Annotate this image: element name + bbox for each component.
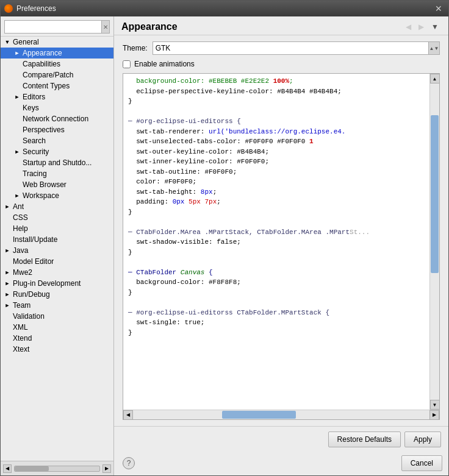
sidebar-item-ant[interactable]: ►Ant bbox=[1, 201, 113, 212]
tree-toggle-keys bbox=[13, 104, 21, 112]
right-panel: Appearance ◀ ▶ ▼ Theme: GTK ▲▼ bbox=[114, 16, 448, 475]
cancel-button[interactable]: Cancel bbox=[401, 455, 442, 471]
nav-back-button[interactable]: ◀ bbox=[403, 21, 414, 32]
tree-label-search: Search bbox=[23, 137, 46, 145]
enable-animations-label[interactable]: Enable animations bbox=[134, 60, 195, 68]
tree-label-security: Security bbox=[23, 147, 49, 156]
tree-toggle-workspace: ► bbox=[13, 191, 21, 200]
tree-toggle-general: ▼ bbox=[3, 38, 12, 46]
sidebar-bottom: ◀ ▶ bbox=[1, 461, 113, 475]
vertical-scrollbar: ▲ ▼ bbox=[429, 74, 439, 410]
tree-label-capabilities: Capabilities bbox=[23, 60, 60, 68]
app-icon bbox=[4, 4, 13, 13]
titlebar: Preferences ✕ bbox=[1, 1, 448, 16]
sidebar-scrollbar-thumb bbox=[15, 466, 49, 471]
theme-select-arrow-icon: ▲▼ bbox=[429, 41, 440, 55]
search-clear-button[interactable]: ✕ bbox=[102, 20, 110, 34]
scroll-right-h-arrow[interactable]: ▶ bbox=[429, 410, 439, 420]
sidebar-item-perspectives[interactable]: Perspectives bbox=[1, 124, 113, 135]
tree-label-install-update: Install/Update bbox=[13, 235, 57, 244]
titlebar-left: Preferences bbox=[4, 4, 56, 13]
sidebar-item-xtend[interactable]: Xtend bbox=[1, 333, 113, 344]
tree-area[interactable]: ▼General►AppearanceCapabilitiesCompare/P… bbox=[1, 37, 113, 461]
sidebar-item-general[interactable]: ▼General bbox=[1, 37, 113, 48]
scroll-down-arrow[interactable]: ▼ bbox=[430, 400, 440, 410]
preferences-window: Preferences ✕ ✕ ▼General►AppearanceCapab… bbox=[0, 0, 449, 476]
sidebar-item-content-types[interactable]: Content Types bbox=[1, 80, 113, 91]
sidebar-item-startup-shutdown[interactable]: Startup and Shutdo... bbox=[1, 157, 113, 168]
theme-select[interactable]: GTK bbox=[153, 41, 429, 55]
sidebar-item-run-debug[interactable]: ►Run/Debug bbox=[1, 289, 113, 300]
theme-label: Theme: bbox=[123, 44, 148, 52]
page-title: Appearance bbox=[121, 21, 178, 32]
sidebar-item-css[interactable]: CSS bbox=[1, 212, 113, 223]
nav-forward-button[interactable]: ▶ bbox=[416, 21, 426, 32]
tree-toggle-plugin-dev: ► bbox=[3, 279, 12, 288]
sidebar-item-keys[interactable]: Keys bbox=[1, 102, 113, 113]
sidebar-item-mwe2[interactable]: ►Mwe2 bbox=[1, 267, 113, 278]
scrollbar-track-h bbox=[133, 410, 429, 419]
tree-toggle-css bbox=[3, 213, 12, 222]
tree-label-xtend: Xtend bbox=[13, 334, 32, 343]
sidebar-item-validation[interactable]: Validation bbox=[1, 311, 113, 322]
sidebar-item-install-update[interactable]: Install/Update bbox=[1, 234, 113, 245]
sidebar-item-search[interactable]: Search bbox=[1, 135, 113, 146]
content-area: ✕ ▼General►AppearanceCapabilitiesCompare… bbox=[1, 16, 448, 475]
scroll-left-arrow[interactable]: ◀ bbox=[3, 464, 12, 473]
sidebar-item-web-browser[interactable]: Web Browser bbox=[1, 179, 113, 190]
search-box-wrap: ✕ bbox=[1, 16, 113, 37]
nav-dropdown-button[interactable]: ▼ bbox=[429, 21, 441, 32]
close-button[interactable]: ✕ bbox=[433, 2, 445, 15]
scrollbar-thumb-v bbox=[431, 115, 439, 274]
sidebar-item-security[interactable]: ►Security bbox=[1, 146, 113, 157]
sidebar-item-help[interactable]: Help bbox=[1, 223, 113, 234]
help-button[interactable]: ? bbox=[123, 457, 135, 469]
scroll-left-h-arrow[interactable]: ◀ bbox=[123, 410, 133, 420]
sidebar-item-workspace[interactable]: ►Workspace bbox=[1, 190, 113, 201]
sidebar-item-editors[interactable]: ►Editors bbox=[1, 91, 113, 102]
css-code-display[interactable]: background-color: #EBEBEB #E2E2E2 100%; … bbox=[123, 74, 429, 410]
tree-label-model-editor: Model Editor bbox=[13, 257, 54, 266]
tree-toggle-tracing bbox=[13, 169, 21, 178]
search-input[interactable] bbox=[4, 20, 102, 34]
sidebar-item-compare-patch[interactable]: Compare/Patch bbox=[1, 69, 113, 80]
tree-toggle-mwe2: ► bbox=[3, 268, 12, 277]
sidebar-item-team[interactable]: ►Team bbox=[1, 300, 113, 311]
scroll-up-arrow[interactable]: ▲ bbox=[430, 74, 440, 83]
sidebar-scrollbar-track bbox=[14, 466, 100, 472]
tree-label-team: Team bbox=[13, 301, 31, 310]
css-editor-content: background-color: #EBEBEB #E2E2E2 100%; … bbox=[123, 74, 439, 410]
apply-button[interactable]: Apply bbox=[404, 432, 441, 447]
tree-label-appearance: Appearance bbox=[23, 49, 62, 57]
sidebar-item-plugin-dev[interactable]: ►Plug-in Development bbox=[1, 278, 113, 289]
nav-buttons: ◀ ▶ ▼ bbox=[403, 21, 441, 32]
tree-label-help: Help bbox=[13, 224, 28, 233]
tree-label-plugin-dev: Plug-in Development bbox=[13, 279, 81, 288]
tree-toggle-model-editor bbox=[3, 257, 12, 266]
sidebar-item-java[interactable]: ►Java bbox=[1, 245, 113, 256]
scrollbar-track-v bbox=[430, 83, 439, 400]
tree-label-perspectives: Perspectives bbox=[23, 126, 65, 134]
sidebar-item-tracing[interactable]: Tracing bbox=[1, 168, 113, 179]
tree-toggle-help bbox=[3, 224, 12, 233]
tree-label-startup-shutdown: Startup and Shutdo... bbox=[23, 158, 92, 167]
tree-label-editors: Editors bbox=[23, 93, 45, 101]
scroll-right-arrow[interactable]: ▶ bbox=[102, 464, 111, 473]
sidebar-item-appearance[interactable]: ►Appearance bbox=[1, 48, 113, 59]
sidebar-item-capabilities[interactable]: Capabilities bbox=[1, 59, 113, 69]
enable-animations-checkbox[interactable] bbox=[123, 60, 131, 68]
tree-label-css: CSS bbox=[13, 213, 28, 222]
sidebar-item-xml[interactable]: XML bbox=[1, 322, 113, 333]
sidebar-item-network-connection[interactable]: Network Connection bbox=[1, 113, 113, 124]
sidebar-item-xtext[interactable]: Xtext bbox=[1, 344, 113, 355]
restore-defaults-button[interactable]: Restore Defaults bbox=[328, 432, 401, 447]
tree-label-xml: XML bbox=[13, 323, 28, 332]
bottom-buttons: Restore Defaults Apply bbox=[114, 426, 448, 452]
tree-label-keys: Keys bbox=[23, 104, 39, 112]
sidebar-item-model-editor[interactable]: Model Editor bbox=[1, 256, 113, 267]
tree-toggle-network-connection bbox=[13, 115, 21, 123]
tree-label-java: Java bbox=[13, 246, 28, 255]
tree-toggle-perspectives bbox=[13, 126, 21, 134]
tree-label-ant: Ant bbox=[13, 202, 24, 211]
right-header: Appearance ◀ ▶ ▼ bbox=[114, 16, 448, 35]
